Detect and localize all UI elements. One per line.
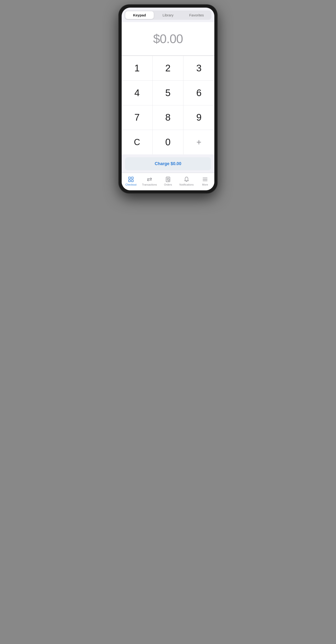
key-9[interactable]: 9 xyxy=(183,105,214,130)
svg-rect-0 xyxy=(129,177,131,179)
key-0[interactable]: 0 xyxy=(153,130,183,154)
checkout-icon xyxy=(128,176,134,182)
key-6[interactable]: 6 xyxy=(183,80,214,105)
nav-checkout-label: Checkout xyxy=(126,183,136,186)
svg-rect-4 xyxy=(166,177,170,182)
key-clear[interactable]: C xyxy=(122,130,153,154)
tab-library[interactable]: Library xyxy=(154,11,182,19)
nav-transactions[interactable]: Transactions xyxy=(140,175,159,186)
nav-orders-label: Orders xyxy=(164,183,172,186)
svg-rect-3 xyxy=(131,180,133,182)
nav-more-label: More xyxy=(202,183,208,186)
nav-notifications[interactable]: Notifications xyxy=(177,175,196,186)
key-1[interactable]: 1 xyxy=(122,56,153,80)
nav-more[interactable]: More xyxy=(196,175,214,186)
nav-orders[interactable]: Orders xyxy=(159,175,177,186)
charge-button[interactable]: Charge $0.00 xyxy=(125,157,211,170)
key-3[interactable]: 3 xyxy=(183,56,214,80)
orders-icon xyxy=(165,176,171,182)
key-5[interactable]: 5 xyxy=(153,80,183,105)
amount-value: $0.00 xyxy=(153,32,183,46)
amount-display: $0.00 xyxy=(122,22,214,56)
key-plus[interactable]: + xyxy=(183,130,214,154)
tab-keypad[interactable]: Keypad xyxy=(125,11,154,19)
tab-group: Keypad Library Favorites xyxy=(125,10,211,20)
phone-wrapper: Keypad Library Favorites $0.00 1 2 3 4 5… xyxy=(119,5,217,193)
keypad-grid: 1 2 3 4 5 6 7 8 9 C 0 + xyxy=(122,56,214,154)
key-2[interactable]: 2 xyxy=(153,56,183,80)
nav-checkout[interactable]: Checkout xyxy=(122,175,140,186)
transactions-icon xyxy=(146,176,153,182)
bottom-nav: Checkout Transactions xyxy=(122,173,214,190)
charge-section: Charge $0.00 xyxy=(122,154,214,173)
nav-transactions-label: Transactions xyxy=(142,183,157,186)
nav-notifications-label: Notifications xyxy=(179,183,194,186)
key-4[interactable]: 4 xyxy=(122,80,153,105)
svg-rect-1 xyxy=(131,177,133,179)
key-7[interactable]: 7 xyxy=(122,105,153,130)
notifications-icon xyxy=(183,176,190,182)
svg-rect-2 xyxy=(129,180,131,182)
top-tabs-container: Keypad Library Favorites xyxy=(122,8,214,20)
phone-screen: Keypad Library Favorites $0.00 1 2 3 4 5… xyxy=(122,8,214,190)
key-8[interactable]: 8 xyxy=(153,105,183,130)
tab-favorites[interactable]: Favorites xyxy=(182,11,211,19)
more-icon xyxy=(202,176,208,182)
